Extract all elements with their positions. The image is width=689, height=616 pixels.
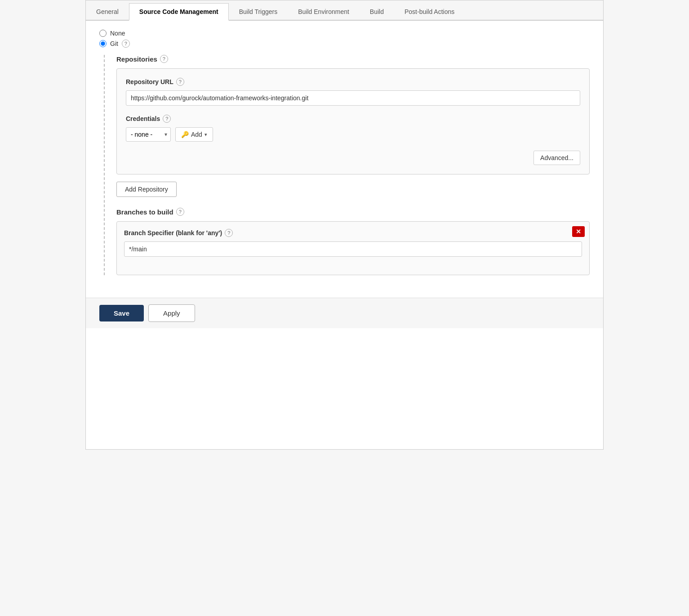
tab-build[interactable]: Build: [360, 3, 394, 21]
repositories-heading: Repositories ?: [116, 55, 590, 63]
repositories-help-icon[interactable]: ?: [160, 55, 168, 63]
branches-help-icon[interactable]: ?: [176, 208, 184, 216]
tabs-bar: General Source Code Management Build Tri…: [86, 0, 603, 21]
branches-heading: Branches to build ?: [116, 208, 590, 216]
key-icon: 🔑: [181, 131, 189, 138]
credentials-group: Credentials ? - none - 🔑 Add ▾: [126, 115, 580, 142]
git-radio[interactable]: [99, 40, 107, 47]
credentials-help-icon[interactable]: ?: [163, 115, 171, 123]
content-area: None Git ? Repositories ? Repository URL: [86, 21, 603, 298]
credentials-select-wrapper: - none -: [126, 127, 171, 142]
repository-url-input[interactable]: [126, 90, 580, 106]
none-label: None: [110, 30, 125, 37]
git-radio-item[interactable]: Git ?: [99, 40, 590, 48]
add-repository-button[interactable]: Add Repository: [116, 182, 177, 197]
branch-specifier-help-icon[interactable]: ?: [225, 229, 233, 237]
add-credentials-button[interactable]: 🔑 Add ▾: [175, 127, 213, 142]
add-label: Add: [191, 131, 202, 138]
branches-section: Branches to build ? ✕ Branch Specifier (…: [116, 208, 590, 275]
git-label: Git: [110, 40, 118, 47]
advanced-row: Advanced...: [126, 151, 580, 165]
page-container: General Source Code Management Build Tri…: [85, 0, 604, 450]
tab-general[interactable]: General: [86, 3, 129, 21]
none-radio-item[interactable]: None: [99, 30, 590, 37]
git-section: Repositories ? Repository URL ? Credenti…: [104, 55, 590, 275]
branch-box: ✕ Branch Specifier (blank for 'any') ?: [116, 221, 590, 275]
add-chevron-icon: ▾: [204, 132, 207, 138]
delete-branch-button[interactable]: ✕: [572, 226, 585, 237]
credentials-row: - none - 🔑 Add ▾: [126, 127, 580, 142]
advanced-button[interactable]: Advanced...: [533, 151, 580, 165]
branch-specifier-label: Branch Specifier (blank for 'any') ?: [124, 229, 582, 237]
repositories-label: Repositories: [116, 55, 157, 63]
repository-url-label: Repository URL ?: [126, 78, 580, 86]
repo-url-help-icon[interactable]: ?: [176, 78, 184, 86]
none-radio[interactable]: [99, 30, 107, 37]
git-help-icon[interactable]: ?: [122, 40, 130, 48]
branch-specifier-group: Branch Specifier (blank for 'any') ?: [124, 229, 582, 257]
tab-build-environment[interactable]: Build Environment: [288, 3, 360, 21]
save-button[interactable]: Save: [99, 305, 144, 321]
branch-specifier-input[interactable]: [124, 241, 582, 257]
repository-url-group: Repository URL ?: [126, 78, 580, 106]
tab-post-build-actions[interactable]: Post-build Actions: [394, 3, 465, 21]
tab-source-code-management[interactable]: Source Code Management: [129, 3, 229, 21]
bottom-bar: Save Apply: [86, 298, 603, 328]
credentials-label: Credentials ?: [126, 115, 580, 123]
branches-label: Branches to build: [116, 208, 173, 216]
tab-build-triggers[interactable]: Build Triggers: [229, 3, 288, 21]
scm-radio-group: None Git ?: [99, 30, 590, 48]
repository-box: Repository URL ? Credentials ? - none: [116, 68, 590, 174]
apply-button[interactable]: Apply: [148, 304, 195, 322]
credentials-select[interactable]: - none -: [126, 127, 171, 142]
